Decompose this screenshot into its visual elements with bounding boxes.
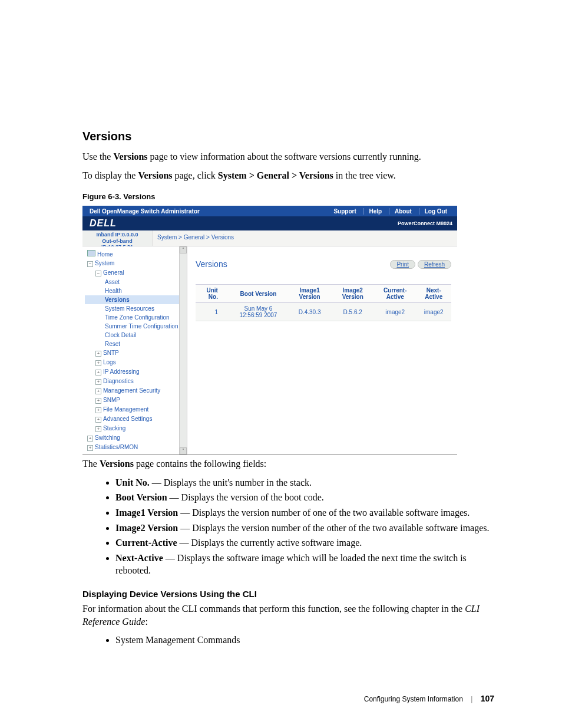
- nav-path: System > General > Versions: [218, 170, 333, 180]
- expand-icon[interactable]: +: [87, 436, 93, 442]
- tree-asset[interactable]: Asset: [85, 278, 179, 286]
- tree-reset[interactable]: Reset: [85, 340, 179, 348]
- text-bold: Versions: [113, 151, 147, 162]
- nav-tree: Home −System −General Asset Health Versi…: [82, 246, 179, 454]
- home-icon: [87, 250, 95, 256]
- app-topbar: Dell OpenManage Switch Administrator Sup…: [82, 206, 457, 216]
- text: in the tree view.: [333, 170, 396, 180]
- text: For information about the CLI commands t…: [82, 604, 465, 614]
- expand-icon[interactable]: +: [95, 417, 101, 423]
- section-heading: Versions: [82, 130, 494, 143]
- figure-caption: Figure 6-3. Versions: [82, 192, 494, 201]
- expand-icon[interactable]: +: [95, 388, 101, 394]
- footer-separator: |: [471, 695, 472, 703]
- scroll-down-icon[interactable]: ˅: [180, 447, 187, 454]
- breadcrumb[interactable]: System > General > Versions: [153, 230, 457, 246]
- refresh-button[interactable]: Refresh: [418, 260, 451, 269]
- tree-file-mgmt[interactable]: +File Management: [85, 405, 179, 414]
- label: Management Security: [103, 387, 160, 394]
- tree-switching[interactable]: +Switching: [85, 433, 179, 443]
- label: Home: [97, 251, 113, 258]
- topbar-links: Support Help About Log Out: [328, 208, 452, 215]
- content-pane: Versions Print Refresh Unit No. Boot Ver…: [187, 246, 457, 454]
- tree-timezone[interactable]: Time Zone Configuration: [85, 313, 179, 322]
- list-item: Boot Version — Displays the version of t…: [115, 491, 494, 504]
- expand-icon[interactable]: +: [95, 370, 101, 375]
- expand-icon[interactable]: +: [87, 445, 93, 451]
- collapse-icon[interactable]: −: [87, 261, 93, 267]
- tree-diagnostics[interactable]: +Diagnostics: [85, 377, 179, 386]
- expand-icon[interactable]: +: [95, 426, 101, 432]
- text-bold: Versions: [138, 170, 172, 180]
- field-name: Unit No.: [115, 477, 150, 487]
- tree-statistics[interactable]: +Statistics/RMON: [85, 443, 179, 452]
- cell-image2-version: D.5.6.2: [331, 303, 374, 321]
- tree-system-resources[interactable]: System Resources: [85, 304, 179, 313]
- table-header-row: Unit No. Boot Version Image1 Version Ima…: [196, 285, 451, 303]
- label: Switching: [95, 434, 120, 441]
- tree-sntp[interactable]: +SNTP: [85, 348, 179, 358]
- tree-general[interactable]: −General: [85, 268, 179, 278]
- tree-system[interactable]: −System: [85, 259, 179, 268]
- screenshot-figure: Dell OpenManage Switch Administrator Sup…: [82, 206, 457, 455]
- tree-versions[interactable]: Versions: [85, 295, 179, 304]
- col-image2-version: Image2 Version: [331, 285, 374, 303]
- expand-icon[interactable]: +: [95, 351, 101, 357]
- tree-logs[interactable]: +Logs: [85, 358, 179, 367]
- link-logout[interactable]: Log Out: [419, 208, 452, 215]
- field-list: Unit No. — Displays the unit's number in…: [82, 476, 494, 577]
- link-support[interactable]: Support: [328, 208, 361, 215]
- text: page contains the following fields:: [134, 459, 266, 469]
- field-name: Image2 Version: [115, 523, 178, 533]
- tree-health[interactable]: Health: [85, 286, 179, 295]
- list-item: Image1 Version — Displays the version nu…: [115, 506, 494, 519]
- cli-list: System Management Commands: [82, 634, 494, 647]
- field-name: Boot Version: [115, 492, 167, 502]
- intro-paragraph-2: To display the Versions page, click Syst…: [82, 169, 494, 182]
- expand-icon[interactable]: +: [95, 360, 101, 366]
- tree-clock-detail[interactable]: Clock Detail: [85, 331, 179, 340]
- tree-advanced[interactable]: +Advanced Settings: [85, 414, 179, 424]
- label: SNMP: [103, 397, 120, 403]
- cell-current-active: image2: [374, 303, 416, 321]
- dell-logo: DELL: [90, 218, 398, 229]
- footer-section-name: Configuring System Information: [364, 695, 463, 703]
- col-image1-version: Image1 Version: [288, 285, 331, 303]
- label: Stacking: [103, 425, 125, 431]
- print-button[interactable]: Print: [390, 260, 415, 269]
- text: Use the: [82, 151, 113, 162]
- expand-icon[interactable]: +: [95, 379, 101, 385]
- link-help[interactable]: Help: [363, 208, 388, 215]
- field-desc: — Displays the version number of the oth…: [178, 523, 489, 533]
- col-boot-version: Boot Version: [229, 285, 288, 303]
- cell-next-active: image2: [416, 303, 451, 321]
- intro-paragraph-1: Use the Versions page to view informatio…: [82, 150, 494, 163]
- expand-icon[interactable]: +: [95, 407, 101, 413]
- tree-summer-time[interactable]: Summer Time Configuration: [85, 322, 179, 331]
- field-desc: — Displays the version of the boot code.: [167, 492, 324, 502]
- link-about[interactable]: About: [389, 208, 417, 215]
- text: page to view information about the softw…: [148, 151, 421, 162]
- label: Logs: [103, 359, 116, 365]
- scroll-up-icon[interactable]: ˄: [180, 246, 187, 253]
- text: page, click: [173, 170, 218, 180]
- tree-scrollbar[interactable]: ˄ ˅: [179, 246, 187, 454]
- field-name: Image1 Version: [115, 508, 178, 518]
- label: Diagnostics: [103, 378, 134, 384]
- list-item: Unit No. — Displays the unit's number in…: [115, 476, 494, 489]
- label: General: [103, 269, 124, 276]
- field-desc: — Displays the unit's number in the stac…: [150, 477, 312, 487]
- tree-home[interactable]: Home: [85, 249, 179, 259]
- tree-stacking[interactable]: +Stacking: [85, 424, 179, 433]
- tree-snmp[interactable]: +SNMP: [85, 396, 179, 405]
- tree-ip[interactable]: +IP Addressing: [85, 367, 179, 377]
- tree-mgmt-security[interactable]: +Management Security: [85, 386, 179, 396]
- expand-icon[interactable]: +: [95, 398, 101, 404]
- col-next-active: Next-Active: [416, 285, 451, 303]
- ip-panel: Inband IP:0.0.0.0 Out-of-band IP:10.27.5…: [82, 230, 153, 246]
- fields-intro: The Versions page contains the following…: [82, 457, 494, 470]
- collapse-icon[interactable]: −: [95, 271, 101, 276]
- field-name: Current-Active: [115, 538, 177, 548]
- table-row: 1 Sun May 6 12:56:59 2007 D.4.30.3 D.5.6…: [196, 303, 451, 321]
- page-footer: Configuring System Information | 107: [82, 694, 494, 703]
